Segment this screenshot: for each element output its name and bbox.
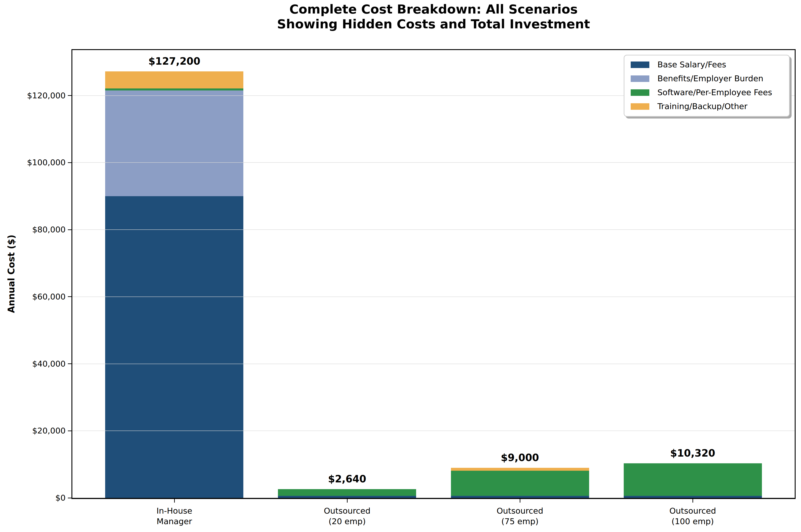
legend-item-label: Software/Per-Employee Fees [657, 88, 772, 97]
bar-segment [278, 496, 416, 498]
y-tick-label: $0 [55, 494, 66, 502]
bar-segment [105, 196, 243, 498]
x-tick-label-line: (100 emp) [669, 516, 716, 527]
legend-swatch [631, 61, 649, 68]
legend-item: Training/Backup/Other [631, 99, 789, 113]
bar-total-label: $10,320 [670, 448, 715, 458]
y-tick-mark [68, 296, 71, 297]
bar-segment [105, 89, 243, 91]
legend-item-label: Training/Backup/Other [657, 102, 747, 111]
legend-item: Benefits/Employer Burden [631, 72, 789, 86]
x-tick-label: In-HouseManager [157, 506, 192, 527]
chart-title-line2: Showing Hidden Costs and Total Investmen… [72, 17, 795, 32]
y-tick-label: $100,000 [27, 158, 66, 167]
chart-figure: Complete Cost Breakdown: All Scenarios S… [0, 0, 801, 532]
y-tick-label: $80,000 [32, 226, 66, 234]
x-tick-mark [347, 499, 348, 502]
y-tick-mark [68, 498, 71, 498]
bar-segment [105, 71, 243, 89]
x-tick-label: Outsourced(20 emp) [324, 506, 370, 527]
y-tick-mark [68, 95, 71, 96]
x-tick-label: Outsourced(75 emp) [496, 506, 543, 527]
bar-segment [624, 496, 762, 498]
legend: Base Salary/FeesBenefits/Employer Burden… [624, 55, 790, 117]
y-tick-label: $20,000 [32, 427, 66, 435]
y-tick-mark [68, 162, 71, 163]
x-tick-label-line: Manager [157, 516, 192, 527]
legend-swatch [631, 75, 649, 82]
bar-total-label: $2,640 [328, 474, 366, 484]
bar-segment [451, 471, 589, 496]
x-tick-label-line: Outsourced [324, 506, 370, 516]
bar-total-label: $9,000 [501, 453, 539, 463]
y-axis-label: Annual Cost ($) [6, 234, 16, 313]
chart-title: Complete Cost Breakdown: All Scenarios S… [72, 2, 795, 32]
legend-item-label: Benefits/Employer Burden [657, 74, 763, 83]
legend-item: Base Salary/Fees [631, 58, 789, 72]
y-tick-mark [68, 431, 71, 431]
x-tick-label-line: (20 emp) [324, 516, 370, 527]
bar-segment [451, 468, 589, 471]
x-tick-label: Outsourced(100 emp) [669, 506, 716, 527]
x-tick-label-line: Outsourced [496, 506, 543, 516]
y-tick-label: $120,000 [27, 92, 66, 100]
legend-swatch [631, 103, 649, 110]
bar-total-label: $127,200 [148, 56, 200, 66]
y-tick-label: $40,000 [32, 360, 66, 368]
x-tick-mark [692, 499, 693, 502]
y-tick-mark [68, 229, 71, 230]
bar-segment [278, 489, 416, 496]
legend-item-label: Base Salary/Fees [657, 60, 726, 69]
x-tick-mark [174, 499, 175, 502]
legend-swatch [631, 89, 649, 96]
bar-segment [105, 91, 243, 196]
x-tick-mark [520, 499, 521, 502]
chart-title-line1: Complete Cost Breakdown: All Scenarios [72, 2, 795, 17]
y-tick-label: $60,000 [32, 293, 66, 301]
legend-item: Software/Per-Employee Fees [631, 86, 789, 99]
x-tick-label-line: In-House [157, 506, 192, 516]
x-tick-label-line: (75 emp) [496, 516, 543, 527]
bar-segment [451, 496, 589, 498]
bar-segment [624, 463, 762, 496]
x-tick-label-line: Outsourced [669, 506, 716, 516]
y-tick-mark [68, 363, 71, 364]
